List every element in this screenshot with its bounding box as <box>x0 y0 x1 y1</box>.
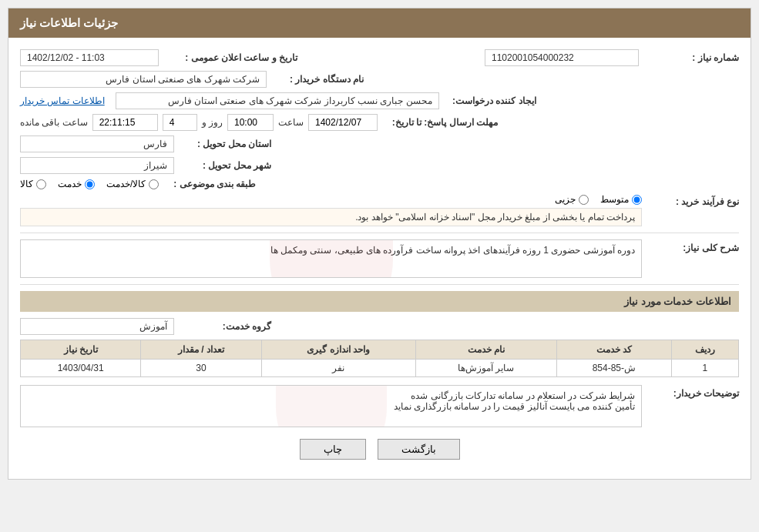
service-group-value: آموزش <box>20 318 174 335</box>
send-remain-value: 22:11:15 <box>92 114 158 131</box>
need-summary-container: ANA دوره آموزشی حضوری 1 روزه فرآیندهای ا… <box>20 239 642 278</box>
cell-quantity: 30 <box>141 360 261 377</box>
services-section-title: اطلاعات خدمات مورد نیاز <box>624 296 731 307</box>
content-area: شماره نیاز : 1102001054000232 تاریخ و سا… <box>8 38 751 479</box>
page-header: جزئیات اطلاعات نیاز <box>8 8 751 38</box>
category-khidmat-label: خدمت <box>58 179 82 189</box>
send-time-value: 10:00 <box>227 114 274 131</box>
category-khidmat[interactable]: خدمت <box>58 179 95 189</box>
button-row: بازگشت چاپ <box>20 439 739 460</box>
purchase-description: پرداخت تمام یا بخشی از مبلغ خریدار مجل "… <box>20 208 642 226</box>
send-date-value: 1402/12/07 <box>308 114 378 131</box>
need-summary-label: شرح کلی نیاز: <box>646 239 739 253</box>
table-row: 1 ش-85-854 سایر آموزش‌ها نفر 30 1403/04/… <box>21 360 739 377</box>
remain-label: ساعت باقی مانده <box>20 117 88 128</box>
days-label: روز و <box>202 117 223 128</box>
need-number-label: شماره نیاز : <box>646 52 739 63</box>
divider-2 <box>20 284 739 285</box>
service-group-label: گروه خدمت: <box>179 321 271 332</box>
category-label: طبقه بندی موضوعی : <box>163 179 256 189</box>
category-kala-label: کالا <box>20 179 33 189</box>
province-label: استان محل تحویل : <box>179 139 271 149</box>
buyer-notes-container: شرایط شرکت در استعلام در سامانه تدارکات … <box>20 385 642 427</box>
province-value: فارس <box>20 136 174 152</box>
purchase-type-radio-group: متوسط جزیی <box>20 194 642 205</box>
buyer-notes-value: شرایط شرکت در استعلام در سامانه تدارکات … <box>394 390 635 412</box>
purchase-type-jozi[interactable]: جزیی <box>555 194 589 205</box>
col-header-service-code: کد خدمت <box>556 340 671 360</box>
category-kala[interactable]: کالا <box>20 179 46 189</box>
divider-1 <box>20 233 739 233</box>
cell-need-date: 1403/04/31 <box>21 360 141 377</box>
announce-date-label: تاریخ و ساعت اعلان عمومی : <box>166 52 297 63</box>
buyer-org-value: شرکت شهرک های صنعتی استان فارس <box>20 71 267 88</box>
purchase-jozi-label: جزیی <box>555 194 576 205</box>
cell-service-code: ش-85-854 <box>556 360 671 377</box>
col-header-service-name: نام خدمت <box>415 340 556 360</box>
purchase-type-label: نوع فرآیند خرید : <box>646 194 739 207</box>
purchase-radio-jozi[interactable] <box>579 195 589 205</box>
creator-label: ایجاد کننده درخواست: <box>444 95 536 106</box>
col-header-quantity: تعداد / مقدار <box>141 340 261 360</box>
page-title: جزئیات اطلاعات نیاز <box>20 16 118 29</box>
services-table-container: ردیف کد خدمت نام خدمت واحد اندازه گیری ت… <box>20 340 739 377</box>
contact-link[interactable]: اطلاعات تماس خریدار <box>20 95 105 106</box>
purchase-radio-mutavasit[interactable] <box>632 195 642 205</box>
city-value: شیراز <box>20 157 174 174</box>
col-header-unit: واحد اندازه گیری <box>261 340 415 360</box>
category-radio-kala[interactable] <box>36 179 46 189</box>
category-kala-khidmat[interactable]: کالا/خدمت <box>106 179 159 189</box>
cell-row-num: 1 <box>671 360 738 377</box>
buyer-org-label: نام دستگاه خریدار : <box>271 74 364 85</box>
back-button[interactable]: بازگشت <box>378 439 460 460</box>
category-kala-khidmat-label: کالا/خدمت <box>106 179 146 189</box>
purchase-type-mutavasit[interactable]: متوسط <box>600 194 642 205</box>
watermark-shield: ANA <box>254 239 408 278</box>
category-radio-group: کالا/خدمت خدمت کالا <box>20 179 159 189</box>
svg-text:ANA: ANA <box>309 255 354 278</box>
print-button[interactable]: چاپ <box>300 439 366 460</box>
cell-service-name: سایر آموزش‌ها <box>415 360 556 377</box>
category-radio-kala-khidmat[interactable] <box>149 179 159 189</box>
services-section-header: اطلاعات خدمات مورد نیاز <box>20 291 739 312</box>
send-days-value: 4 <box>163 114 197 131</box>
creator-value: محسن جباری نسب کاربرداز شرکت شهرک های صن… <box>116 92 439 109</box>
col-header-need-date: تاریخ نیاز <box>21 340 141 360</box>
send-deadline-label: مهلت ارسال پاسخ: تا تاریخ: <box>382 117 498 128</box>
announce-date-value: 1402/12/02 - 11:03 <box>20 49 159 66</box>
time-label: ساعت <box>278 117 304 128</box>
col-header-row-num: ردیف <box>671 340 738 360</box>
category-radio-khidmat[interactable] <box>85 179 95 189</box>
city-label: شهر محل تحویل : <box>179 160 271 171</box>
need-number-value: 1102001054000232 <box>485 49 639 66</box>
cell-unit: نفر <box>261 360 415 377</box>
watermark-shield-2 <box>262 385 401 427</box>
buyer-notes-label: توضیحات خریدار: <box>646 385 739 399</box>
purchase-mutavasit-label: متوسط <box>600 194 629 205</box>
main-container: جزئیات اطلاعات نیاز شماره نیاز : 1102001… <box>8 8 751 480</box>
services-table: ردیف کد خدمت نام خدمت واحد اندازه گیری ت… <box>20 340 739 377</box>
